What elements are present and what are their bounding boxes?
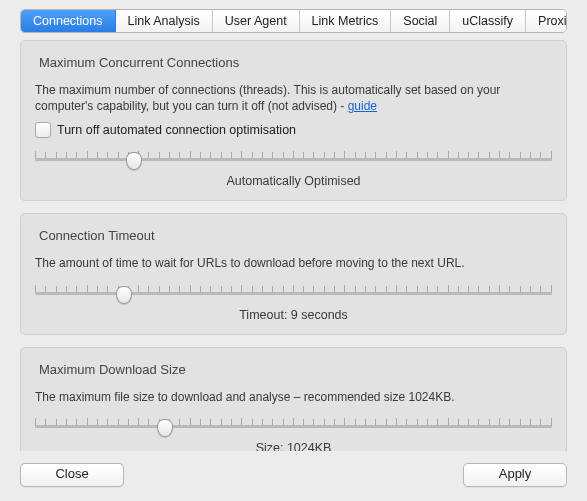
apply-button[interactable]: Apply (463, 463, 567, 487)
panel-max-download-size: Maximum Download Size The maximum file s… (20, 347, 567, 451)
desc-text: The maximum number of connections (threa… (35, 83, 500, 113)
panel-title: Maximum Concurrent Connections (39, 55, 552, 70)
tab-link-metrics[interactable]: Link Metrics (300, 10, 392, 32)
panel-connection-timeout: Connection Timeout The amount of time to… (20, 213, 567, 334)
slider-thumb[interactable] (126, 152, 142, 170)
panel-title: Connection Timeout (39, 228, 552, 243)
slider-caption: Timeout: 9 seconds (35, 308, 552, 322)
preferences-window: Connections Link Analysis User Agent Lin… (0, 0, 587, 501)
slider-thumb[interactable] (157, 419, 173, 437)
slider-caption: Automatically Optimised (35, 174, 552, 188)
checkbox-label: Turn off automated connection optimisati… (57, 123, 296, 137)
close-button[interactable]: Close (20, 463, 124, 487)
panel-description: The maximum file size to download and an… (35, 389, 552, 405)
tab-proxies[interactable]: Proxies (526, 10, 567, 32)
slider-track (35, 158, 552, 161)
tab-bar: Connections Link Analysis User Agent Lin… (20, 9, 567, 33)
slider-track (35, 292, 552, 295)
panel-title: Maximum Download Size (39, 362, 552, 377)
panel-description: The amount of time to wait for URLs to d… (35, 255, 552, 271)
panel-description: The maximum number of connections (threa… (35, 82, 552, 114)
optimisation-checkbox-row[interactable]: Turn off automated connection optimisati… (35, 122, 552, 138)
slider-caption: Size: 1024KB (35, 441, 552, 451)
tab-social[interactable]: Social (391, 10, 450, 32)
slider-track (35, 425, 552, 428)
tab-user-agent[interactable]: User Agent (213, 10, 300, 32)
panel-max-connections: Maximum Concurrent Connections The maxim… (20, 40, 567, 201)
slider-thumb[interactable] (116, 286, 132, 304)
timeout-slider[interactable] (35, 280, 552, 306)
download-size-slider[interactable] (35, 413, 552, 439)
connections-slider[interactable] (35, 146, 552, 172)
tab-connections[interactable]: Connections (21, 10, 116, 32)
content-area: Maximum Concurrent Connections The maxim… (20, 40, 567, 451)
tab-link-analysis[interactable]: Link Analysis (116, 10, 213, 32)
checkbox-icon[interactable] (35, 122, 51, 138)
guide-link[interactable]: guide (348, 99, 377, 113)
tab-uclassify[interactable]: uClassify (450, 10, 526, 32)
footer: Close Apply (20, 463, 567, 487)
